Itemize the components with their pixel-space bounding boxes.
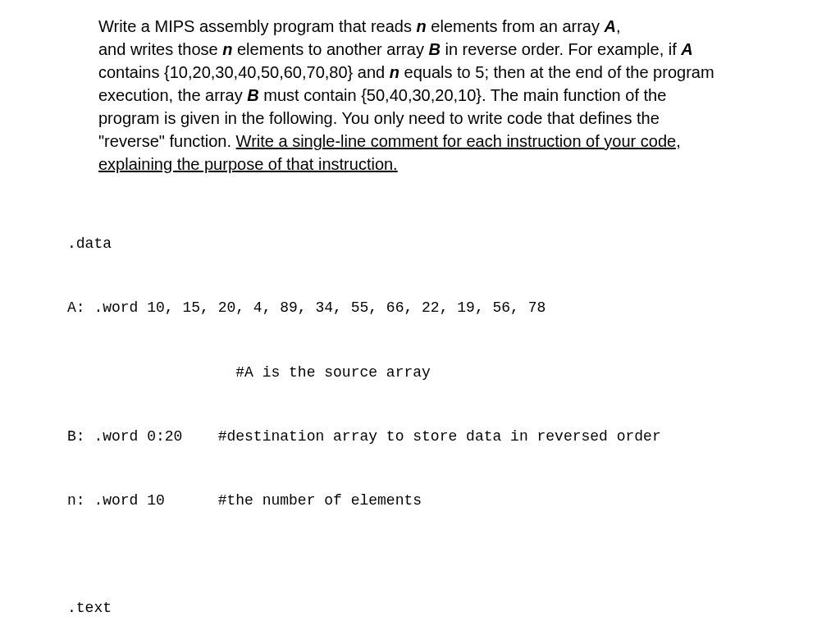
underline-text: Write a single-line comment for each ins… — [236, 132, 681, 150]
text: contains {10,20,30,40,50,60,70,80} and — [98, 63, 390, 81]
var-A: A — [681, 40, 692, 58]
problem-line-6: "reverse" function. Write a single-line … — [98, 130, 815, 153]
var-B: B — [247, 86, 258, 104]
text: equals to 5; then at the end of the prog… — [399, 63, 714, 81]
problem-line-3: contains {10,20,30,40,50,60,70,80} and n… — [98, 61, 815, 84]
code-line: .text — [67, 597, 824, 619]
text: execution, the array — [98, 86, 247, 104]
text: must contain {50,40,30,20,10}. The main … — [259, 86, 667, 104]
var-B: B — [428, 40, 440, 58]
var-n: n — [417, 17, 427, 35]
text: elements from an array — [427, 17, 605, 35]
problem-line-4: execution, the array B must contain {50,… — [98, 84, 815, 107]
text: Write a MIPS assembly program that reads — [98, 17, 417, 35]
text: in reverse order. For example, if — [441, 40, 681, 58]
problem-line-2: and writes those n elements to another a… — [98, 38, 815, 61]
problem-line-5: program is given in the following. You o… — [98, 107, 815, 130]
text: "reverse" function. — [98, 132, 236, 150]
text: and writes those — [98, 40, 222, 58]
text: , — [616, 17, 621, 35]
problem-statement: Write a MIPS assembly program that reads… — [98, 15, 815, 176]
text: elements to another array — [232, 40, 428, 58]
problem-line-1: Write a MIPS assembly program that reads… — [98, 15, 815, 38]
var-n: n — [390, 63, 399, 81]
code-line: .data — [67, 233, 824, 254]
underline-text: explaining the purpose of that instructi… — [98, 155, 398, 173]
code-line: #A is the source array — [67, 362, 824, 383]
code-line: n: .word 10 #the number of elements — [67, 490, 824, 511]
problem-line-7: explaining the purpose of that instructi… — [98, 153, 815, 176]
var-n: n — [222, 40, 232, 58]
code-line: A: .word 10, 15, 20, 4, 89, 34, 55, 66, … — [67, 297, 824, 318]
var-A: A — [605, 17, 616, 35]
code-block: .data A: .word 10, 15, 20, 4, 89, 34, 55… — [67, 190, 824, 644]
text: program is given in the following. You o… — [98, 109, 660, 127]
code-line: B: .word 0:20 #destination array to stor… — [67, 426, 824, 447]
